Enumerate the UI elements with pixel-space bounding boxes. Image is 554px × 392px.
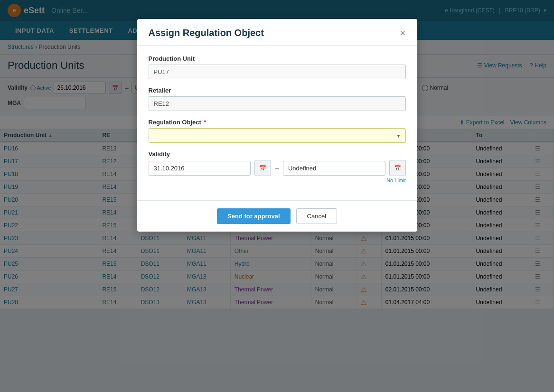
production-unit-group: Production Unit xyxy=(149,55,406,79)
modal-footer: Send for approval Cancel xyxy=(137,200,417,232)
modal-overlay: Assign Regulation Object × Production Un… xyxy=(0,0,554,309)
validity-from-cal-btn[interactable]: 📅 xyxy=(254,160,271,176)
modal-body: Production Unit Retailer Regulation Obje… xyxy=(137,46,417,200)
validity-row: 📅 – 📅 xyxy=(149,160,406,176)
modal-header: Assign Regulation Object × xyxy=(137,19,417,46)
regulation-object-field-label: Regulation Object * xyxy=(149,119,406,126)
retailer-group: Retailer xyxy=(149,87,406,111)
validity-to-field[interactable] xyxy=(283,161,385,176)
cancel-button[interactable]: Cancel xyxy=(296,208,337,224)
retailer-field[interactable] xyxy=(149,96,406,111)
send-approval-button[interactable]: Send for approval xyxy=(217,208,291,224)
production-unit-field[interactable] xyxy=(149,65,406,79)
modal-close-button[interactable]: × xyxy=(400,28,406,38)
validity-range-dash: – xyxy=(275,164,279,172)
assign-regulation-modal: Assign Regulation Object × Production Un… xyxy=(137,19,417,232)
validity-to-cal-btn[interactable]: 📅 xyxy=(389,160,406,176)
regulation-object-select[interactable] xyxy=(149,128,406,143)
validity-field-label: Validity xyxy=(149,150,406,158)
regulation-object-select-wrapper xyxy=(149,128,406,143)
validity-from-field[interactable] xyxy=(149,161,251,176)
retailer-label: Retailer xyxy=(149,87,406,94)
production-unit-label: Production Unit xyxy=(149,55,406,62)
regulation-object-group: Regulation Object * xyxy=(149,119,406,143)
no-limit-link[interactable]: No Limit xyxy=(149,177,406,183)
validity-group: Validity 📅 – 📅 No Limit xyxy=(149,150,406,183)
required-star: * xyxy=(204,119,206,126)
modal-title: Assign Regulation Object xyxy=(149,28,264,38)
